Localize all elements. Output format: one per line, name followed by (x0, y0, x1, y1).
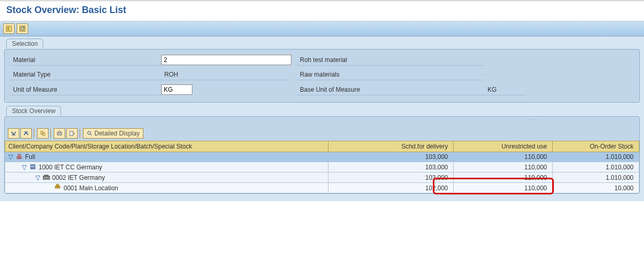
stock-overview-tab: Stock Overview (6, 106, 61, 116)
page-title: Stock Overview: Basic List (0, 2, 644, 21)
cell-unr: 110,000 (454, 162, 553, 173)
export-icon[interactable] (66, 128, 78, 139)
expand-down-icon[interactable] (8, 128, 19, 139)
col-schd[interactable]: Schd.for delivery (329, 141, 454, 152)
app-toolbar (0, 21, 644, 36)
printer-icon: 🖶 (16, 153, 23, 161)
cell-schd: 103,000 (329, 173, 454, 183)
table-row[interactable]: 0001 Main Location102,000110,00010,000 (5, 183, 639, 193)
collapse-up-icon[interactable] (20, 128, 32, 139)
row-label: 1000 IET CC Germany (39, 164, 102, 171)
tree-toggle-icon[interactable]: ▽ (35, 174, 41, 181)
uom-input[interactable] (161, 84, 192, 95)
detailed-display-button[interactable]: Detailed Display (83, 128, 143, 139)
svg-rect-17 (58, 186, 60, 188)
cell-onorder: 1.010,000 (553, 173, 639, 183)
svg-rect-18 (57, 184, 59, 186)
cell-onorder: 1.010,000 (553, 152, 639, 162)
stock-grid: Client/Company Code/Plant/Storage Locati… (5, 141, 639, 193)
material-type-value: ROH (161, 69, 291, 80)
cell-unr: 110,000 (454, 183, 553, 193)
row-label: 0002 IET Germany (52, 174, 105, 181)
table-row[interactable]: ▽🖶Full103,000110,0001.010,000 (5, 152, 639, 162)
row-label: 0001 Main Location (64, 184, 118, 192)
cell-unr: 110,000 (454, 173, 553, 183)
grid-toolbar: Detailed Display (5, 124, 639, 141)
table-row[interactable]: ▽1000 IET CC Germany103,000110,0001.010,… (5, 162, 639, 173)
cell-schd: 103,000 (329, 162, 454, 173)
material-description: Roh test material (297, 55, 484, 66)
selection-panel: Material Roh test material Material Type… (4, 49, 640, 103)
storage-location-icon (54, 184, 62, 192)
cell-unr: 110,000 (454, 152, 553, 162)
tree-toggle-icon[interactable]: ▽ (8, 153, 14, 161)
svg-rect-9 (70, 131, 73, 136)
back-icon-button[interactable] (3, 23, 15, 34)
selection-tab: Selection (6, 39, 43, 48)
material-input[interactable] (161, 55, 291, 65)
plant-icon (43, 174, 50, 181)
row-label: Full (25, 153, 35, 161)
material-label: Material (10, 55, 161, 66)
cell-schd: 103,000 (329, 152, 454, 162)
col-unr[interactable]: Unrestricted use (454, 141, 553, 152)
col-hierarchy[interactable]: Client/Company Code/Plant/Storage Locati… (5, 141, 329, 152)
detailed-display-label: Detailed Display (94, 130, 140, 137)
col-onorder[interactable]: On-Order Stock (553, 141, 639, 152)
cell-onorder: 1.010,000 (553, 162, 639, 173)
svg-rect-16 (55, 186, 57, 188)
cell-schd: 102,000 (329, 183, 454, 193)
material-type-description: Raw materials (297, 69, 484, 80)
base-uom-label: Base Unit of Measure (297, 84, 484, 95)
uom-label: Unit of Measure (10, 84, 161, 95)
splitter-handle-icon[interactable]: ····· (432, 117, 639, 124)
svg-line-11 (90, 134, 92, 136)
svg-rect-14 (33, 166, 34, 167)
material-type-label: Material Type (10, 69, 161, 80)
stock-overview-panel: ····· Detailed Display (4, 116, 640, 194)
company-icon (29, 163, 37, 171)
svg-rect-8 (58, 131, 60, 133)
cell-onorder: 10,000 (553, 183, 639, 193)
print-icon[interactable] (54, 128, 65, 139)
table-row[interactable]: ▽0002 IET Germany103,000110,0001.010,000 (5, 173, 639, 183)
base-uom-value: KG (484, 84, 526, 95)
refresh-icon-button[interactable] (17, 23, 28, 34)
svg-rect-15 (43, 176, 50, 179)
find-icon[interactable] (37, 128, 48, 139)
tree-toggle-icon[interactable]: ▽ (22, 164, 27, 171)
svg-rect-13 (31, 166, 32, 167)
